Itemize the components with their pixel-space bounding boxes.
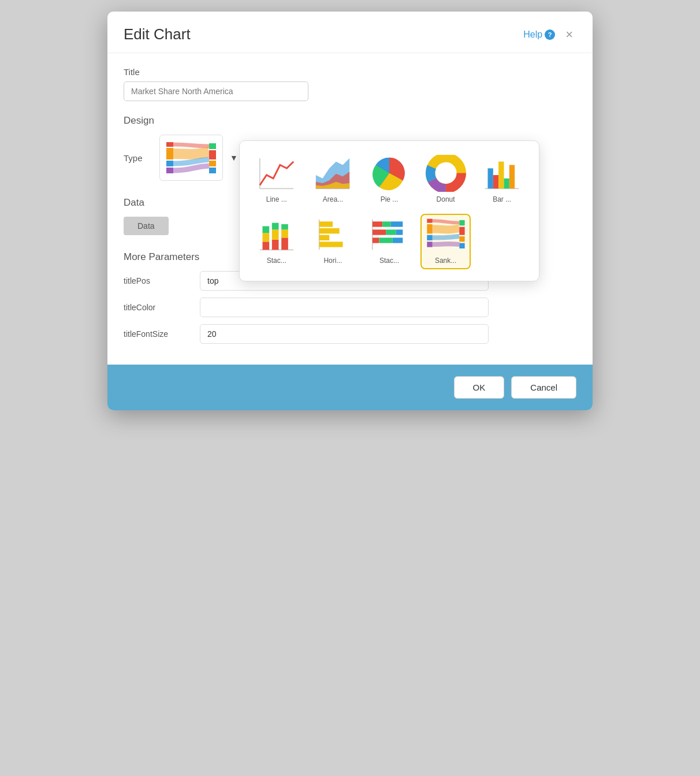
svg-rect-34 xyxy=(281,229,288,237)
svg-rect-39 xyxy=(319,235,329,240)
svg-rect-51 xyxy=(427,219,432,223)
area-icon xyxy=(312,157,353,192)
title-field-label: Title xyxy=(124,67,576,77)
svg-rect-23 xyxy=(498,162,504,189)
title-field-section: Title xyxy=(124,67,576,101)
chart-item-line[interactable]: Line ... xyxy=(251,153,302,208)
svg-rect-5 xyxy=(209,150,216,159)
svg-rect-21 xyxy=(488,168,493,188)
svg-rect-52 xyxy=(427,224,432,233)
data-tab-button[interactable]: Data xyxy=(124,217,169,235)
chart-type-popup: Line ... Area... xyxy=(239,140,539,281)
svg-rect-55 xyxy=(459,220,464,225)
svg-rect-56 xyxy=(459,227,464,235)
svg-rect-58 xyxy=(459,243,464,248)
sankey-chart-label: Sank... xyxy=(435,257,456,265)
chart-item-pie[interactable]: Pie ... xyxy=(364,153,415,208)
svg-rect-30 xyxy=(272,240,279,250)
svg-rect-6 xyxy=(209,161,216,166)
svg-rect-45 xyxy=(373,229,386,235)
svg-rect-27 xyxy=(262,242,269,250)
svg-rect-48 xyxy=(373,237,379,243)
svg-rect-54 xyxy=(427,242,432,247)
param-input-titlecolor[interactable] xyxy=(200,298,489,317)
donut-chart-label: Donut xyxy=(437,195,455,203)
title-input[interactable] xyxy=(124,81,308,101)
svg-rect-35 xyxy=(281,224,288,229)
svg-rect-24 xyxy=(504,179,509,188)
bar-chart-label: Bar ... xyxy=(493,195,511,203)
svg-rect-43 xyxy=(382,221,390,227)
chart-item-stacked-hori[interactable]: Stac... xyxy=(364,214,415,269)
chart-item-donut[interactable]: Donut xyxy=(420,153,471,208)
svg-rect-44 xyxy=(390,221,403,227)
svg-rect-2 xyxy=(166,161,173,166)
svg-rect-49 xyxy=(379,237,392,243)
svg-rect-46 xyxy=(386,229,396,235)
svg-rect-57 xyxy=(459,236,464,242)
svg-rect-28 xyxy=(262,233,269,242)
svg-rect-53 xyxy=(427,235,432,240)
area-chart-label: Area... xyxy=(323,195,343,203)
stacked-bar-chart-label: Stac... xyxy=(267,257,286,265)
svg-rect-42 xyxy=(373,221,382,227)
chart-type-preview[interactable] xyxy=(159,135,223,181)
pie-icon xyxy=(369,157,409,192)
svg-rect-31 xyxy=(272,229,279,239)
svg-rect-7 xyxy=(209,168,216,173)
svg-rect-38 xyxy=(319,228,340,233)
hori-chart-label: Hori... xyxy=(323,257,342,265)
line-icon xyxy=(256,157,297,192)
close-button[interactable]: × xyxy=(562,27,576,42)
svg-point-19 xyxy=(440,167,452,179)
help-link[interactable]: Help ? xyxy=(523,29,555,40)
param-name-titlecolor: titleColor xyxy=(124,303,193,312)
stacked-hori-icon xyxy=(369,218,409,253)
bar-icon xyxy=(482,157,522,192)
param-name-titlefontsize: titleFontSize xyxy=(124,329,193,339)
edit-chart-dialog: Edit Chart Help ? × Title Design Type xyxy=(107,12,593,410)
svg-rect-47 xyxy=(396,229,403,235)
svg-rect-0 xyxy=(166,142,173,147)
sankey-icon xyxy=(426,218,466,253)
pie-chart-label: Pie ... xyxy=(381,195,399,203)
type-dropdown-arrow[interactable]: ▼ xyxy=(230,153,238,162)
param-name-titlepos: titlePos xyxy=(124,276,193,285)
donut-icon xyxy=(426,157,466,192)
chart-item-stacked-bar[interactable]: Stac... xyxy=(251,214,302,269)
line-chart-label: Line ... xyxy=(266,195,287,203)
param-input-titlefontsize[interactable] xyxy=(200,324,489,344)
svg-rect-40 xyxy=(319,242,343,247)
svg-rect-32 xyxy=(272,223,279,230)
design-label: Design xyxy=(124,115,576,127)
svg-rect-33 xyxy=(281,237,288,250)
chart-item-sankey[interactable]: Sank... xyxy=(420,214,471,269)
header-actions: Help ? × xyxy=(523,27,576,42)
cancel-button[interactable]: Cancel xyxy=(511,376,576,399)
dialog-footer: OK Cancel xyxy=(107,365,593,410)
svg-rect-50 xyxy=(393,237,403,243)
chart-item-bar[interactable]: Bar ... xyxy=(476,153,527,208)
chart-item-area[interactable]: Area... xyxy=(308,153,359,208)
help-icon: ? xyxy=(545,29,555,40)
svg-rect-22 xyxy=(493,175,498,188)
type-row: Type xyxy=(124,135,576,181)
svg-rect-37 xyxy=(319,221,333,227)
svg-rect-25 xyxy=(509,165,515,188)
type-label: Type xyxy=(124,153,152,163)
dialog-body: Title Design Type xyxy=(107,53,593,365)
svg-rect-4 xyxy=(209,143,216,149)
stacked-hori-chart-label: Stac... xyxy=(379,257,399,265)
chart-item-hori[interactable]: Hori... xyxy=(308,214,359,269)
stacked-bar-icon xyxy=(256,218,297,253)
svg-rect-1 xyxy=(166,148,173,159)
param-row-titlecolor: titleColor xyxy=(124,298,576,317)
svg-rect-3 xyxy=(166,168,173,173)
ok-button[interactable]: OK xyxy=(454,376,505,399)
svg-rect-29 xyxy=(262,226,269,233)
dialog-header: Edit Chart Help ? × xyxy=(107,12,593,53)
hori-icon xyxy=(312,218,353,253)
dialog-title: Edit Chart xyxy=(124,25,191,43)
help-label: Help xyxy=(523,29,542,40)
param-row-titlefontsize: titleFontSize xyxy=(124,324,576,344)
